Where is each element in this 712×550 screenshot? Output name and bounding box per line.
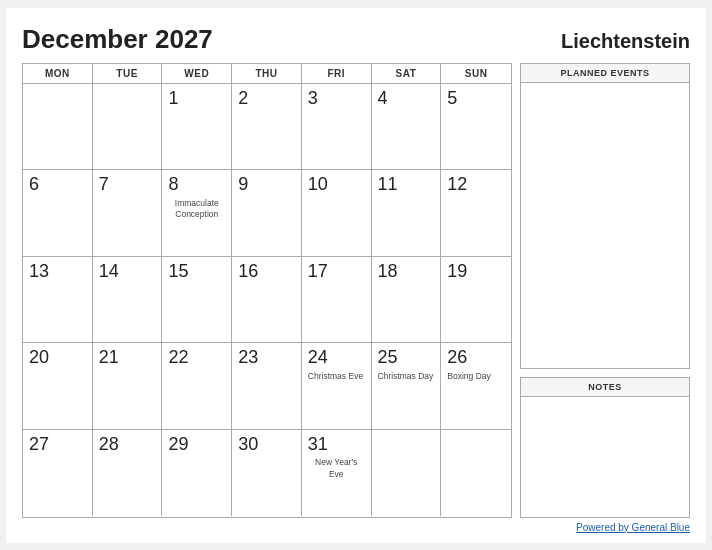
day-number: 5 [447, 88, 457, 110]
day-number: 30 [238, 434, 258, 456]
notes-title: NOTES [521, 378, 689, 397]
main-content: MONTUEWEDTHUFRISATSUN 12345678Immaculate… [22, 63, 690, 518]
day-number: 14 [99, 261, 119, 283]
day-number: 6 [29, 174, 39, 196]
day-number: 19 [447, 261, 467, 283]
powered-by-link[interactable]: Powered by General Blue [576, 522, 690, 533]
day-header: MON [23, 64, 93, 83]
day-cell: 28 [93, 430, 163, 517]
day-cell: 18 [372, 257, 442, 344]
day-event-label: New Year's Eve [308, 457, 365, 479]
day-number: 17 [308, 261, 328, 283]
calendar: MONTUEWEDTHUFRISATSUN 12345678Immaculate… [22, 63, 512, 518]
day-number: 13 [29, 261, 49, 283]
day-cell [93, 84, 163, 171]
day-cell: 12 [441, 170, 511, 257]
day-cell: 2 [232, 84, 302, 171]
planned-events-box: PLANNED EVENTS [520, 63, 690, 369]
day-cell: 9 [232, 170, 302, 257]
day-number: 11 [378, 174, 398, 196]
day-cell: 11 [372, 170, 442, 257]
day-number: 25 [378, 347, 398, 369]
footer: Powered by General Blue [22, 522, 690, 533]
day-number: 29 [168, 434, 188, 456]
day-header: SUN [441, 64, 511, 83]
day-cell: 5 [441, 84, 511, 171]
day-event-label: Christmas Eve [308, 371, 363, 382]
day-cell: 27 [23, 430, 93, 517]
day-cell: 13 [23, 257, 93, 344]
day-number: 15 [168, 261, 188, 283]
day-cell [372, 430, 442, 517]
day-cell: 16 [232, 257, 302, 344]
day-number: 21 [99, 347, 119, 369]
day-header: WED [162, 64, 232, 83]
day-number: 1 [168, 88, 178, 110]
day-number: 3 [308, 88, 318, 110]
day-cell: 19 [441, 257, 511, 344]
day-headers: MONTUEWEDTHUFRISATSUN [23, 64, 511, 84]
day-number: 20 [29, 347, 49, 369]
day-number: 7 [99, 174, 109, 196]
day-cell: 1 [162, 84, 232, 171]
day-cell: 22 [162, 343, 232, 430]
day-cell: 21 [93, 343, 163, 430]
day-number: 28 [99, 434, 119, 456]
day-cell: 23 [232, 343, 302, 430]
day-number: 24 [308, 347, 328, 369]
page: December 2027 Liechtenstein MONTUEWEDTHU… [6, 8, 706, 543]
day-cell: 15 [162, 257, 232, 344]
day-cell: 7 [93, 170, 163, 257]
day-number: 12 [447, 174, 467, 196]
calendar-grid: 12345678Immaculate Conception91011121314… [23, 84, 511, 517]
day-cell: 4 [372, 84, 442, 171]
month-year-title: December 2027 [22, 24, 213, 55]
day-cell: 6 [23, 170, 93, 257]
day-number: 10 [308, 174, 328, 196]
day-cell: 26Boxing Day [441, 343, 511, 430]
day-header: SAT [372, 64, 442, 83]
day-cell: 30 [232, 430, 302, 517]
day-number: 31 [308, 434, 328, 456]
day-header: TUE [93, 64, 163, 83]
planned-events-title: PLANNED EVENTS [521, 64, 689, 83]
day-event-label: Boxing Day [447, 371, 490, 382]
day-event-label: Immaculate Conception [168, 198, 225, 220]
day-cell: 10 [302, 170, 372, 257]
day-header: FRI [302, 64, 372, 83]
day-cell [23, 84, 93, 171]
day-cell: 17 [302, 257, 372, 344]
day-number: 18 [378, 261, 398, 283]
day-cell [441, 430, 511, 517]
day-cell: 14 [93, 257, 163, 344]
day-cell: 29 [162, 430, 232, 517]
day-cell: 20 [23, 343, 93, 430]
day-event-label: Christmas Day [378, 371, 434, 382]
day-number: 16 [238, 261, 258, 283]
day-number: 9 [238, 174, 248, 196]
day-cell: 31New Year's Eve [302, 430, 372, 517]
notes-box: NOTES [520, 377, 690, 518]
header: December 2027 Liechtenstein [22, 24, 690, 55]
day-cell: 8Immaculate Conception [162, 170, 232, 257]
country-title: Liechtenstein [561, 30, 690, 53]
day-header: THU [232, 64, 302, 83]
planned-events-content [521, 83, 689, 368]
day-number: 2 [238, 88, 248, 110]
day-number: 22 [168, 347, 188, 369]
day-number: 27 [29, 434, 49, 456]
notes-content [521, 397, 689, 517]
sidebar: PLANNED EVENTS NOTES [520, 63, 690, 518]
day-cell: 3 [302, 84, 372, 171]
day-number: 26 [447, 347, 467, 369]
day-number: 4 [378, 88, 388, 110]
day-cell: 24Christmas Eve [302, 343, 372, 430]
day-number: 8 [168, 174, 178, 196]
day-cell: 25Christmas Day [372, 343, 442, 430]
day-number: 23 [238, 347, 258, 369]
